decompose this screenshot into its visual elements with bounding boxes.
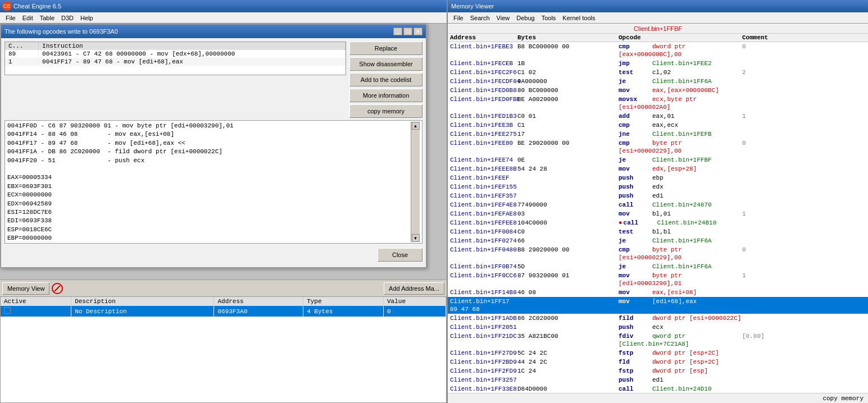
mv-row[interactable]: Client.bin+1FF1ADB 86 2C020000 filddword… [448,314,868,323]
mv-address: Client.bin+1FEEF [450,174,517,182]
dialog-bottom-btn: Close [4,246,422,264]
mv-comment [742,86,866,94]
ce-menu-edit[interactable]: Edit [19,13,37,22]
mv-header-comment: Comment [742,34,866,41]
mv-bytes: D84D0000 [517,385,619,393]
mv-menu-file[interactable]: File [450,13,467,22]
mv-row[interactable]: Client.bin+1FF2BD9 44 24 2C flddword ptr… [448,358,868,367]
op-arg-plain: cl,02 [652,69,671,76]
mv-opcode: cmpdword ptr [eax+000000BC],00 [619,43,742,58]
mv-row[interactable]: Client.bin+1FF33E8 D84D0000 callClient.b… [448,384,868,393]
mv-row[interactable]: Client.bin+1FF0CC6 87 90320000 01 movbyt… [448,271,868,288]
mv-row[interactable]: Client.bin+1FEC2F6 C1 02 testcl,02 2 [448,68,868,77]
mv-row[interactable]: Client.bin+1FEF357 pushedi [448,191,868,200]
close-x-btn[interactable]: ✕ [413,28,422,35]
minimize-btn[interactable]: _ [393,28,402,35]
mv-opcode: movedx,[esp+28] [619,165,742,173]
mv-comment: 1 [742,112,866,120]
ce-menu-help[interactable]: Help [77,13,97,22]
mv-row[interactable]: Client.bin+1FF0084 C0 testbl,bl [448,227,868,236]
mv-row[interactable]: Client.bin+1FEEE8B 54 24 28 movedx,[esp+… [448,164,868,173]
ce-title: Cheat Engine 6.5 [13,3,61,10]
mv-menu-debug[interactable]: Debug [513,13,538,22]
memory-view-btn[interactable]: Memory View [2,282,49,295]
mv-row[interactable]: Client.bin+1FF3257 pushedi [448,375,868,384]
ce-menu-d3d[interactable]: D3D [58,13,77,22]
mv-row[interactable]: Client.bin+1FECEB 1B jmpClient.bin+1FEE2 [448,59,868,68]
replace-btn[interactable]: Replace [349,42,422,55]
mv-op-name: jne [619,130,652,138]
ce-menu-file[interactable]: File [2,13,19,22]
mv-row[interactable]: Client.bin+1FEFAE8 03 movbl,01 1 [448,209,868,218]
mv-comment: 2 [742,68,866,76]
mv-row[interactable]: Client.bin+1FEEF pushebp [448,173,868,182]
close-btn[interactable]: Close [378,248,422,262]
col-instruction: Instruction [39,42,346,50]
mv-address: Client.bin+1FEE74 [450,156,517,164]
add-addr-btn[interactable]: Add Address Ma... [384,282,444,295]
mv-row[interactable]: Client.bin+1FEF4E8 77490000 callClient.b… [448,200,868,209]
mv-row[interactable]: Client.bin+1FF2051 pushecx [448,323,868,332]
red-dot-icon: ● [619,219,622,226]
mv-comment [742,165,866,173]
table-row[interactable]: 10041FF17 - 89 47 68 - mov [edi+68],eax [5,58,346,66]
table-row[interactable]: 8900423961 - C7 42 68 00000000 - mov [ed… [5,50,346,58]
mv-comment [742,358,866,366]
mv-row[interactable]: Client.bin+1FF27D9 5C 24 2C fstpdword pt… [448,349,868,358]
mv-menu-kernel[interactable]: Kernel tools [559,13,598,22]
maximize-btn[interactable]: □ [403,28,412,35]
mv-opcode: testbl,bl [619,228,742,236]
mv-op-name: fdiv [619,332,652,340]
mv-comment: 1 [742,272,866,287]
mv-row[interactable]: Client.bin+1FF0B74 5D jeClient.bin+1FF6A [448,262,868,271]
table-row[interactable]: No Description0693F3A04 Bytes0 [1,306,446,317]
mv-address: Client.bin+1FF0084 [450,228,517,236]
mv-row[interactable]: Client.bin+1FF0480 B8 29020000 00 cmpbyt… [448,245,868,262]
mv-op-name: je [619,263,652,271]
mv-comment: 1 [742,210,866,218]
address-table[interactable]: Active Description Address Type Value No… [0,296,447,403]
mv-row[interactable]: Client.bin+1FEE80 BE 29020000 00 cmpbyte… [448,139,868,155]
scrollbar-up[interactable]: ▲ [412,122,420,130]
mv-row[interactable]: Client.bin+1FED1B3 C0 01 addeax,01 1 [448,112,868,121]
mv-opcode: movbyte ptr [edi+00003290],01 [619,272,742,287]
mv-bytes: 66 [517,237,619,245]
mv-row[interactable]: Client.bin+1FF17 89 47 68 mov[edi+68],ea… [448,297,868,314]
scrollbar-down[interactable]: ▼ [412,234,420,242]
mv-row[interactable]: Client.bin+1FEF155 pushedx [448,182,868,191]
show-disasm-btn[interactable]: Show disassembler [349,57,422,71]
copy-memory-btn[interactable]: copy memory [349,104,422,118]
op-arg-plain: edx [652,184,664,190]
mv-row[interactable]: Client.bin+1FF2FD9 1C 24 fstpdword ptr [… [448,367,868,375]
mv-menu-tools[interactable]: Tools [538,13,560,22]
add-codelist-btn[interactable]: Add to the codelist [349,73,422,86]
mv-bytes: 5C 24 2C [517,349,619,357]
mv-row[interactable]: Client.bin+1FF21DC 35 A821BC00 fdivqword… [448,332,868,349]
opcodes-table-area: C... Instruction 8900423961 - C7 42 68 0… [4,42,422,118]
mv-copy-memory[interactable]: copy memory [822,395,864,402]
mv-row[interactable]: Client.bin+1FEFEE8 104C0000 ●callClient.… [448,218,868,227]
op-arg-val: edx,[esp+28] [652,166,697,172]
opcodes-list[interactable]: C... Instruction 8900423961 - C7 42 68 0… [4,42,346,75]
mv-row[interactable]: Client.bin+1FF14B8 46 08 moveax,[esi+08] [448,288,868,297]
ce-menu-table[interactable]: Table [37,13,58,22]
mv-comment: 0 [742,43,866,58]
op-arg-plain: edi [652,377,664,383]
mv-content[interactable]: Client.bin+1FEBE3 B8 BC000000 00 cmpdwor… [448,42,868,393]
mv-row[interactable]: Client.bin+1FED0B8 80 BC000000 moveax,[e… [448,86,868,95]
row-value: 0 [383,306,446,317]
mv-row[interactable]: Client.bin+1FEE74 0E jeClient.bin+1FFBF [448,155,868,164]
mv-row[interactable]: Client.bin+1FED0FBE 8E A0020000 movsxecx… [448,95,868,112]
mv-op-name: call [619,385,652,393]
mv-row[interactable]: Client.bin+1FEE275 17 jneClient.bin+1FEF… [448,130,868,139]
mv-menu-search[interactable]: Search [467,13,493,22]
mv-row[interactable]: Client.bin+1FEBE3 B8 BC000000 00 cmpdwor… [448,42,868,59]
disasm-area[interactable]: 0041FF0D - C6 87 90320000 01 - mov byte … [4,120,422,244]
disasm-text: 0041FF0D - C6 87 90320000 01 - mov byte … [7,122,411,242]
mv-row[interactable]: Client.bin+1FF0274 66 jeClient.bin+1FF6A [448,236,868,245]
mv-row[interactable]: Client.bin+1FECDF84 9A000000 jeClient.bi… [448,77,868,86]
mv-row[interactable]: Client.bin+1FEE3B C1 cmpeax,ecx [448,121,868,130]
more-info-btn[interactable]: More information [349,89,422,102]
mv-address: Client.bin+1FEE275 [450,130,517,138]
mv-menu-view[interactable]: View [493,13,513,22]
